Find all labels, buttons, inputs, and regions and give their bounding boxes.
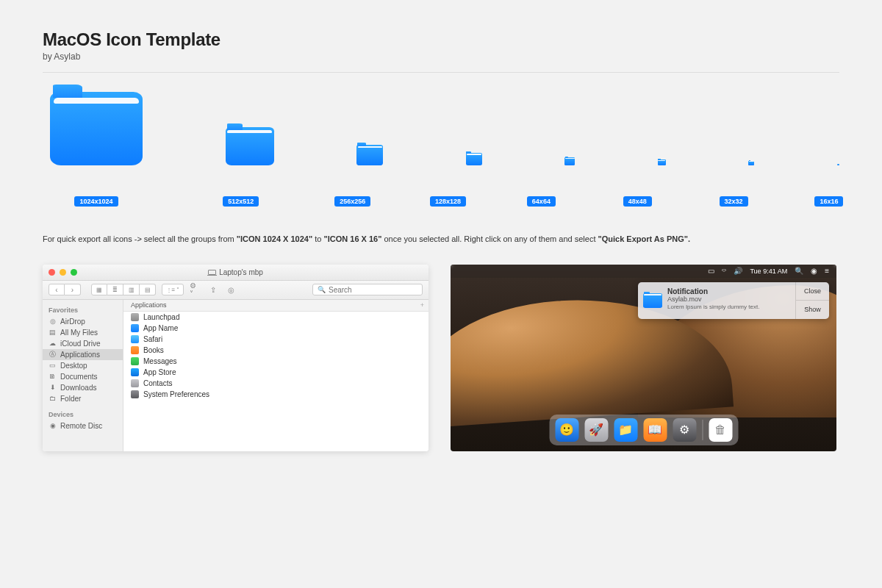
contacts-icon [131,379,139,387]
launchpad-icon [131,313,139,321]
finder-content: Applications+ Launchpad App Name Safari … [123,300,429,451]
sidebar-header-devices: Devices [43,409,123,420]
desktop-icon: ▭ [49,362,57,370]
view-list-button[interactable]: ≣ [107,284,123,295]
dock-books-icon[interactable]: 📖 [643,418,667,442]
sidebar-item-documents[interactable]: 🗎Documents [43,371,123,382]
notification-subtitle: Asylab.mov [667,295,791,303]
sysprefs-icon [131,390,139,398]
back-button[interactable]: ‹ [49,284,65,295]
view-columns-button[interactable]: ▥ [123,284,140,295]
documents-icon: 🗎 [49,373,57,381]
sidebar-item-airdrop[interactable]: ◎AirDrop [43,316,123,327]
forward-button[interactable]: › [65,284,81,295]
dock-finder-icon[interactable]: 🙂 [555,418,578,442]
export-instructions: For quick export all icons -> select all… [43,233,839,245]
tags-button[interactable]: ◎ [225,284,237,295]
desktop-preview: ▭ ⌔ 🔊 Tue 9:41 AM 🔍 ◉ ≡ Notification Asy… [451,265,836,451]
sidebar-header-favorites: Favorites [43,304,123,316]
dock-settings-icon[interactable]: ⚙︎ [673,418,696,442]
allfiles-icon: ▤ [49,329,57,337]
dock-separator [702,420,703,440]
list-item[interactable]: Safari [123,334,429,345]
messages-icon [131,357,139,365]
sidebar-item-downloads[interactable]: ⬇Downloads [43,382,123,393]
action-button[interactable]: ⚙︎ ˅ [190,284,201,295]
folder-icon [226,127,274,165]
dock: 🙂 🚀 📁 📖 ⚙︎ 🗑 [549,415,738,445]
notifications-icon[interactable]: ≡ [825,267,829,275]
airplay-icon[interactable]: ▭ [708,267,714,275]
wifi-icon[interactable]: ⌔ [722,267,726,275]
notification-close-button[interactable]: Close [796,282,829,301]
view-gallery-button[interactable]: ▤ [140,284,156,295]
dock-trash-icon[interactable]: 🗑 [709,418,732,442]
list-item[interactable]: Books [123,345,429,356]
search-icon: 🔍 [318,286,326,293]
folder-icon [50,92,143,165]
airdrop-icon: ◎ [49,318,57,326]
search-field[interactable]: 🔍 [312,284,423,295]
list-item[interactable]: App Store [123,367,429,378]
size-badge: 64x64 [527,196,556,207]
notification-banner[interactable]: Notification Asylab.mov Lorem Ipsum is s… [638,282,829,319]
menubar: ▭ ⌔ 🔊 Tue 9:41 AM 🔍 ◉ ≡ [451,265,836,278]
downloads-icon: ⬇ [49,384,57,392]
finder-sidebar: Favorites ◎AirDrop ▤All My Files ☁iCloud… [43,300,123,451]
applications-icon: Ⓐ [49,351,57,359]
search-input[interactable] [329,286,417,294]
share-button[interactable]: ⇪ [207,284,219,295]
folder-icon [466,153,482,165]
dock-launchpad-icon[interactable]: 🚀 [584,418,608,442]
sidebar-item-desktop[interactable]: ▭Desktop [43,360,123,371]
column-header[interactable]: Applications+ [123,300,429,312]
folder-icon [564,157,575,165]
sidebar-item-icloud[interactable]: ☁iCloud Drive [43,338,123,349]
size-badge: 512x512 [223,196,259,207]
byline: by Asylab [43,51,839,62]
size-badge: 128x128 [430,196,466,207]
folder-icon [658,159,666,165]
spotlight-icon[interactable]: 🔍 [795,267,803,275]
list-item[interactable]: Messages [123,356,429,367]
sidebar-item-applications[interactable]: ⒶApplications [43,349,123,360]
folder-icon [356,145,383,165]
siri-icon[interactable]: ◉ [811,267,817,275]
finder-window: Laptop's mbp ‹ › ▦ ≣ ▥ ▤ ⋮≡ ˅ ⚙︎ ˅ ⇪ ◎ [43,265,429,451]
disc-icon: ◉ [49,422,57,430]
size-badge: 48x48 [623,196,652,207]
menubar-clock[interactable]: Tue 9:41 AM [750,268,787,275]
notification-body: Lorem Ipsum is simply dummy text. [667,304,791,310]
folder-icon [643,293,662,308]
volume-icon[interactable]: 🔊 [734,267,742,275]
notification-show-button[interactable]: Show [796,301,829,319]
list-item[interactable]: Launchpad [123,312,429,323]
add-column-icon[interactable]: + [420,301,424,309]
folder-icon [837,164,839,165]
dock-folder-icon[interactable]: 📁 [614,418,637,442]
cloud-icon: ☁ [49,340,57,348]
sidebar-item-remotedisc[interactable]: ◉Remote Disc [43,420,123,431]
window-title: Laptop's mbp [43,268,429,276]
sidebar-item-folder[interactable]: 🗀Folder [43,393,123,404]
size-badge: 16x16 [814,196,843,207]
size-badge: 256x256 [334,196,370,207]
divider [43,72,839,73]
view-icons-button[interactable]: ▦ [91,284,107,295]
list-item[interactable]: System Preferences [123,389,429,400]
folder-icon [131,324,139,332]
list-item[interactable]: App Name [123,323,429,334]
list-item[interactable]: Contacts [123,378,429,389]
size-badge: 1024x1024 [74,196,118,207]
folder-icon: 🗀 [49,395,57,403]
folder-icon [748,161,754,165]
books-icon [131,346,139,354]
safari-icon [131,335,139,343]
arrange-dropdown[interactable]: ⋮≡ ˅ [162,284,184,295]
sidebar-item-allmyfiles[interactable]: ▤All My Files [43,327,123,338]
laptop-icon [208,270,216,275]
appstore-icon [131,368,139,376]
notification-title: Notification [667,287,791,295]
size-badge: 32x32 [720,196,748,207]
size-badges-row: 1024x1024 512x512 256x256 128x128 64x64 … [43,196,839,207]
